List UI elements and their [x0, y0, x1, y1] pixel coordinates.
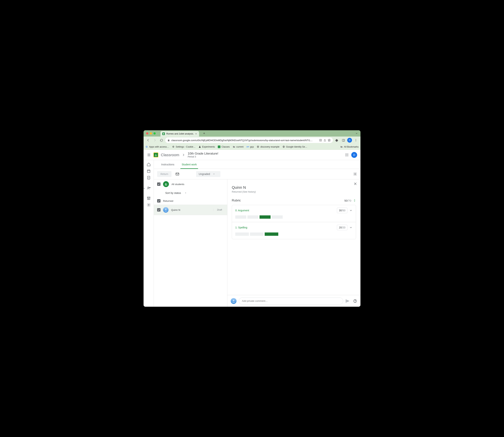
main-menu-button[interactable] [147, 153, 151, 157]
svg-point-15 [346, 153, 347, 154]
maximize-window-button[interactable] [153, 132, 156, 135]
reload-button[interactable] [159, 138, 164, 143]
detail-student-name: Quinn N [232, 185, 356, 190]
tab-student-work[interactable]: Student work [182, 160, 197, 169]
bookmark-item[interactable]: current [233, 146, 243, 148]
left-nav: ▸ [143, 160, 154, 307]
svg-point-4 [356, 139, 356, 140]
account-avatar[interactable]: D [351, 152, 357, 158]
bookmark-item[interactable]: APIgcp [246, 146, 254, 148]
browser-tab[interactable]: Romeo and Juliet analysis. × [161, 131, 199, 137]
criterion-name[interactable]: 0: Argument [235, 209, 249, 212]
app-header: Classroom 10th Grade Literature! Period … [143, 150, 361, 160]
rubric-level[interactable] [235, 232, 249, 236]
criterion-score-input[interactable]: 20/20 [337, 225, 347, 230]
select-all-checkbox[interactable] [157, 182, 161, 186]
detail-student-status[interactable]: Returned (See history) [232, 190, 356, 193]
close-window-button[interactable] [146, 132, 148, 135]
tab-list-button[interactable] [355, 132, 358, 135]
bookmark-item[interactable]: ⚙Settings - Cookie… [172, 146, 196, 148]
rubric-level[interactable] [250, 232, 263, 236]
folder-icon [233, 146, 235, 148]
student-row[interactable]: Quinn N Draft [154, 205, 227, 215]
flask-icon [199, 146, 201, 148]
svg-marker-40 [185, 193, 186, 193]
new-tab-button[interactable]: + [202, 131, 207, 136]
bookmark-label: current [236, 146, 243, 148]
bookmark-item[interactable]: GApps with access… [145, 146, 169, 148]
app-body: ▸ Instructions Student work Return Ungra… [143, 160, 361, 307]
section-checkbox[interactable] [157, 199, 161, 202]
detail-body: Quinn N Returned (See history) Rubric 50… [227, 179, 361, 295]
all-bookmarks[interactable]: All Bookmarks [340, 146, 359, 148]
bookmark-item[interactable]: Google Identity Se… [282, 146, 307, 148]
bookmark-item[interactable]: Experiments [199, 146, 215, 148]
bookmark-item[interactable]: discovery example [257, 146, 280, 148]
side-panel-button[interactable] [341, 138, 346, 143]
profile-avatar-letter: D [349, 139, 351, 141]
criterion-expand-icon[interactable] [349, 226, 353, 229]
close-detail-button[interactable] [353, 182, 357, 186]
forward-button[interactable] [152, 138, 158, 143]
bookmark-label: discovery example [261, 146, 280, 148]
address-bar[interactable]: classroom.google.com/u/0/c/NjEyMDI4ODIxM… [165, 138, 333, 143]
svg-point-37 [354, 173, 356, 175]
return-button[interactable]: Return [157, 171, 171, 177]
criterion-expand-icon[interactable] [349, 209, 353, 212]
rubric-level[interactable] [247, 215, 258, 219]
email-button[interactable] [174, 171, 181, 177]
bookmark-label: Google Identity Se… [286, 146, 307, 148]
nav-home-icon[interactable] [147, 162, 151, 167]
nav-calendar-icon[interactable] [147, 169, 151, 173]
minimize-window-button[interactable] [150, 132, 152, 135]
classroom-logo[interactable] [153, 152, 158, 157]
unfold-icon[interactable] [353, 199, 356, 202]
criterion-name[interactable]: 1: Spelling [235, 226, 247, 229]
student-checkbox[interactable] [157, 208, 161, 211]
help-button[interactable] [353, 299, 357, 303]
install-app-icon[interactable] [319, 139, 322, 142]
back-button[interactable] [145, 138, 151, 143]
google-apps-button[interactable] [345, 153, 349, 157]
criterion-score-max: /50 [342, 209, 345, 212]
tab-close-icon[interactable]: × [195, 132, 197, 135]
classroom-icon [218, 146, 220, 148]
extensions-button[interactable] [334, 138, 340, 143]
svg-marker-36 [213, 174, 214, 174]
nav-people-icon[interactable]: ▸ [147, 186, 151, 190]
criterion-levels [235, 215, 353, 219]
globe-icon [282, 146, 285, 148]
profile-avatar[interactable]: D [347, 138, 352, 143]
private-comment-input[interactable] [239, 298, 343, 305]
rubric-level[interactable] [235, 215, 246, 219]
bookmark-item[interactable]: Classes [218, 146, 230, 148]
tab-instructions[interactable]: Instructions [161, 160, 174, 169]
nav-settings-icon[interactable] [147, 203, 151, 207]
all-students-row[interactable]: All students [154, 179, 227, 189]
svg-point-19 [348, 155, 348, 155]
settings-gear-icon[interactable] [353, 172, 357, 176]
nav-assignment-icon[interactable] [147, 176, 151, 180]
criterion-levels [235, 232, 353, 236]
class-section: Period 3 [188, 156, 218, 158]
chrome-menu-button[interactable] [353, 138, 359, 143]
svg-point-14 [346, 153, 346, 154]
rubric-level[interactable] [272, 215, 283, 219]
svg-point-38 [165, 183, 166, 184]
criterion-score-input[interactable]: 30/50 [337, 208, 347, 213]
svg-point-21 [346, 156, 347, 156]
send-comment-button[interactable] [345, 299, 349, 303]
grade-filter-dropdown[interactable]: Ungraded [196, 171, 220, 177]
product-name[interactable]: Classroom [161, 153, 179, 157]
svg-point-6 [356, 141, 356, 141]
student-list-panel: All students Sort by status Returned [154, 179, 227, 307]
bookmark-star-icon[interactable] [328, 139, 331, 142]
breadcrumb[interactable]: 10th Grade Literature! Period 3 [188, 152, 218, 158]
rubric-level-selected[interactable] [265, 232, 278, 236]
svg-point-13 [155, 154, 156, 155]
share-icon[interactable] [323, 139, 326, 142]
sort-dropdown[interactable]: Sort by status [154, 189, 227, 197]
nav-archive-icon[interactable] [147, 196, 151, 200]
rubric-level-selected[interactable] [260, 215, 271, 219]
student-name-label: Quinn N [171, 209, 180, 211]
